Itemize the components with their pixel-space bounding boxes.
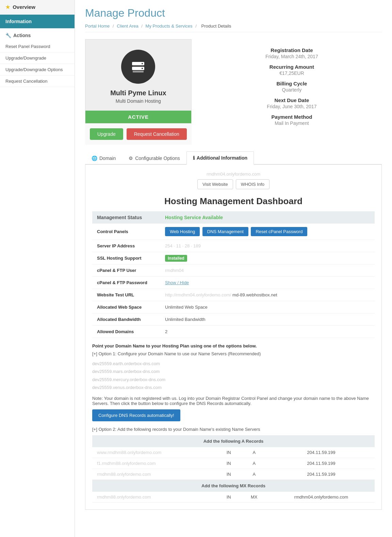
reset-cpanel-password-button[interactable]: Reset cPanel Password: [251, 227, 307, 236]
mx-record-1-type: MX: [241, 492, 268, 503]
domain-info: rmdhm04.onlyfordemo.com Visit Website WH…: [92, 172, 375, 189]
a-record-1-host: www.rmdhm88.onlyfordemo.com: [97, 450, 161, 455]
cpanel-password-label: cPanel & FTP Password: [92, 277, 160, 289]
product-type: Multi Domain Hosting: [92, 98, 184, 104]
nameserver-list: dev25559.earth.orderbox-dns.com dev25559…: [92, 360, 375, 392]
mx-records-header: Add the following MX Records: [92, 479, 375, 492]
a-record-3-type: A: [241, 469, 268, 479]
server-ip-value: 254 · 11 · 28 · 189: [165, 243, 201, 248]
cancel-button[interactable]: Request Cancellation: [127, 128, 187, 140]
billing-cycle-value: Quarterly: [202, 87, 382, 93]
tabs: 🌐 Domain ⚙ Configurable Options ℹ Additi…: [85, 151, 382, 165]
breadcrumb-client-area[interactable]: Client Area: [117, 23, 138, 29]
product-actions: Upgrade Request Cancellation: [85, 124, 192, 145]
a-record-3-class: IN: [217, 469, 241, 479]
star-icon: ★: [5, 4, 10, 10]
a-record-2-type: A: [241, 458, 268, 469]
sidebar-item-overview[interactable]: ★ Overview: [0, 0, 75, 15]
sidebar: ★ Overview Information 🔧 Actions Reset P…: [0, 0, 75, 537]
show-hide-link[interactable]: Show / Hide: [165, 280, 189, 285]
nameserver-1: dev25559.earth.orderbox-dns.com: [92, 360, 375, 368]
allowed-domains-row: Allowed Domains 2: [92, 326, 375, 338]
breadcrumb-current: Product Details: [201, 23, 231, 29]
management-status-label: Management Status: [92, 211, 160, 224]
product-icon-circle: [121, 50, 155, 84]
a-records-header: Add the following A Records: [92, 435, 375, 447]
tab-domain[interactable]: 🌐 Domain: [85, 151, 122, 165]
control-panels-row: Control Panels Web Hosting DNS Managemen…: [92, 224, 375, 240]
tab-configurable[interactable]: ⚙ Configurable Options: [122, 151, 186, 165]
sidebar-item-request-cancellation[interactable]: Request Cancellation: [0, 76, 75, 87]
dns-section: Point your Domain Name to your Hosting P…: [92, 343, 375, 503]
configure-dns-button[interactable]: Configure DNS Records automatically!: [92, 409, 180, 421]
product-icon-area: Multi Pyme Linux Multi Domain Hosting: [85, 39, 191, 111]
breadcrumb-portal-home[interactable]: Portal Home: [85, 23, 110, 29]
whois-info-button[interactable]: WHOIS Info: [236, 179, 270, 189]
a-record-row-1: www.rmdhm88.onlyfordemo.com IN A 204.11.…: [92, 447, 375, 458]
sidebar-item-upgrade-downgrade[interactable]: Upgrade/Downgrade: [0, 52, 75, 64]
sidebar-item-reset-panel-password[interactable]: Reset Panel Password: [0, 41, 75, 52]
a-record-3-value: 204.11.59.199: [268, 469, 375, 479]
breadcrumb: Portal Home / Client Area / My Products …: [85, 23, 382, 32]
registration-date-label: Registration Date: [202, 47, 382, 53]
main-content: Manage Product Portal Home / Client Area…: [75, 0, 392, 537]
domain-buttons: Visit Website WHOIS Info: [92, 179, 375, 189]
svg-point-3: [142, 68, 143, 69]
test-url-label: Website Test URL: [92, 289, 160, 301]
cpanel-password-row: cPanel & FTP Password Show / Hide: [92, 277, 375, 289]
nameserver-3: dev25559.mercury.orderbox-dns.com: [92, 376, 375, 384]
option1-label: [+] Option 1: Configure your Domain Name…: [92, 351, 375, 356]
product-info: Registration Date Friday, March 24th, 20…: [202, 39, 382, 145]
domain-url: rmdhm04.onlyfordemo.com: [92, 172, 375, 177]
a-record-1-class: IN: [217, 447, 241, 458]
recurring-amount-value: €17,25EUR: [202, 70, 382, 76]
sidebar-actions-section: 🔧 Actions: [0, 28, 75, 41]
web-hosting-button[interactable]: Web Hosting: [165, 227, 200, 236]
test-url-row: Website Test URL http://rmdhm04.onlyford…: [92, 289, 375, 301]
wrench-icon: 🔧: [5, 33, 11, 38]
mx-record-1-host: rmdhm88.onlyfordemo.com: [97, 494, 151, 500]
payment-method-label: Payment Method: [202, 114, 382, 120]
a-record-1-type: A: [241, 447, 268, 458]
product-status: ACTIVE: [85, 111, 191, 123]
breadcrumb-my-products[interactable]: My Products & Services: [146, 23, 193, 29]
option2-label: [+] Option 2: Add the following records …: [92, 427, 375, 432]
control-panels-label: Control Panels: [92, 224, 160, 240]
web-space-row: Allocated Web Space Unlimited Web Space: [92, 301, 375, 313]
upgrade-button[interactable]: Upgrade: [90, 128, 123, 140]
globe-icon: 🌐: [92, 156, 97, 161]
sidebar-item-information[interactable]: Information: [0, 15, 75, 28]
a-record-2-class: IN: [217, 458, 241, 469]
server-ip-row: Server IP Address 254 · 11 · 28 · 189: [92, 240, 375, 252]
tab-additional[interactable]: ℹ Additional Information: [186, 151, 254, 165]
svg-rect-4: [133, 71, 144, 72]
dns-note: Note: Your domain is not registered with…: [92, 396, 375, 406]
ssl-row: SSL Hosting Support Installed: [92, 252, 375, 264]
product-card: Multi Pyme Linux Multi Domain Hosting AC…: [85, 39, 192, 145]
management-table-header: Management Status Hosting Service Availa…: [92, 211, 375, 224]
mx-record-1-class: IN: [217, 492, 241, 503]
product-name: Multi Pyme Linux: [92, 89, 184, 97]
web-space-value: Unlimited Web Space: [160, 301, 375, 313]
sidebar-item-upgrade-downgrade-options[interactable]: Upgrade/Downgrade Options: [0, 64, 75, 76]
hosting-available-label: Hosting Service Available: [160, 211, 375, 224]
info-icon: ℹ: [193, 155, 195, 161]
gears-icon: ⚙: [129, 156, 133, 161]
nameserver-2: dev25559.mars.orderbox-dns.com: [92, 368, 375, 375]
recurring-amount-label: Recurring Amount: [202, 64, 382, 70]
control-panels-buttons: Web Hosting DNS Management Reset cPanel …: [160, 224, 375, 240]
cpanel-user-row: cPanel & FTP User rmdhm04: [92, 264, 375, 277]
bandwidth-label: Allocated Bandwidth: [92, 313, 160, 326]
server-ip-label: Server IP Address: [92, 240, 160, 252]
visit-website-button[interactable]: Visit Website: [197, 179, 233, 189]
server-icon: [129, 58, 147, 76]
point-domain-text: Point your Domain Name to your Hosting P…: [92, 343, 375, 348]
page-title: Manage Product: [85, 7, 382, 19]
dns-management-button[interactable]: DNS Management: [202, 227, 248, 236]
mx-record-row-1: rmdhm88.onlyfordemo.com IN MX rmdhm04.on…: [92, 492, 375, 503]
a-record-2-value: 204.11.59.199: [268, 458, 375, 469]
product-area: Multi Pyme Linux Multi Domain Hosting AC…: [85, 39, 382, 145]
web-space-label: Allocated Web Space: [92, 301, 160, 313]
a-records-table: Add the following A Records www.rmdhm88.…: [92, 435, 375, 503]
cpanel-user-value: rmdhm04: [165, 268, 184, 273]
